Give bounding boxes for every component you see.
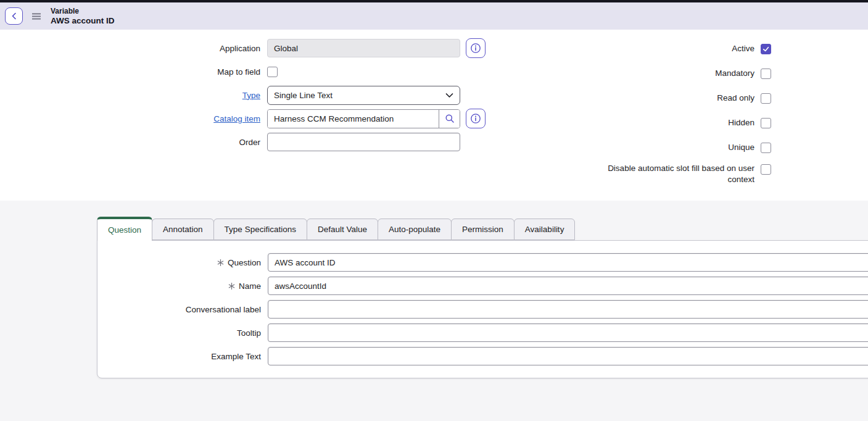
name-input[interactable]: [268, 277, 868, 295]
question-row: Question: [97, 253, 868, 272]
active-checkbox[interactable]: [761, 44, 771, 54]
conversational-label-input[interactable]: [268, 300, 868, 319]
example-text-label: Example Text: [211, 352, 261, 361]
type-select-value: Single Line Text: [274, 91, 333, 100]
hidden-checkbox[interactable]: [761, 118, 771, 128]
type-row: Type Single Line Text: [0, 86, 486, 104]
read-only-row: Read only: [603, 89, 771, 107]
example-text-input[interactable]: [268, 347, 868, 365]
active-label: Active: [732, 43, 754, 54]
type-label-link[interactable]: Type: [0, 91, 267, 100]
tooltip-label: Tooltip: [237, 328, 261, 338]
tab-strip: Question Annotation Type Specifications …: [97, 217, 575, 240]
type-select[interactable]: Single Line Text: [267, 86, 460, 105]
form-left-column: Application Map to field Type Single Lin…: [0, 39, 486, 156]
record-name-label: AWS account ID: [51, 16, 115, 25]
required-asterisk-icon: [217, 259, 224, 266]
tabbed-section: Question Annotation Type Specifications …: [0, 201, 868, 421]
read-only-checkbox[interactable]: [761, 93, 771, 104]
catalog-item-row: Catalog item: [0, 109, 486, 128]
chevron-left-icon: [10, 12, 19, 20]
tab-question[interactable]: Question: [97, 217, 152, 241]
search-icon: [445, 114, 455, 123]
question-label: Question: [228, 258, 261, 267]
catalog-item-reference-field: [267, 109, 460, 128]
name-label: Name: [239, 281, 261, 291]
order-label: Order: [0, 138, 267, 147]
map-to-field-row: Map to field: [0, 62, 486, 81]
disable-slot-fill-checkbox[interactable]: [761, 164, 771, 175]
form-header: Variable AWS account ID: [0, 2, 868, 30]
tab-type-specifications[interactable]: Type Specifications: [213, 219, 307, 240]
map-to-field-label: Map to field: [0, 67, 267, 77]
mandatory-label: Mandatory: [715, 68, 754, 79]
catalog-item-info-button[interactable]: [466, 109, 486, 128]
read-only-label: Read only: [717, 93, 754, 104]
required-asterisk-icon: [228, 283, 235, 290]
order-input[interactable]: [267, 133, 460, 151]
disable-slot-fill-row: Disable automatic slot fill based on use…: [603, 163, 771, 185]
record-title: Variable AWS account ID: [51, 7, 115, 25]
info-icon: [470, 113, 481, 124]
back-button[interactable]: [5, 7, 23, 25]
application-label: Application: [0, 44, 267, 53]
tab-auto-populate[interactable]: Auto-populate: [378, 219, 452, 240]
active-row: Active: [603, 40, 771, 58]
order-row: Order: [0, 133, 486, 151]
mandatory-row: Mandatory: [603, 64, 771, 83]
disable-slot-fill-label: Disable automatic slot fill based on use…: [603, 163, 754, 185]
conversational-label-row: Conversational label: [97, 300, 868, 319]
context-menu-icon[interactable]: [32, 13, 41, 20]
question-input[interactable]: [268, 253, 868, 272]
catalog-item-input[interactable]: [268, 110, 439, 128]
tab-annotation[interactable]: Annotation: [152, 219, 214, 240]
unique-checkbox[interactable]: [761, 143, 771, 153]
tooltip-row: Tooltip: [97, 323, 868, 342]
chevron-down-icon: [445, 93, 453, 98]
catalog-item-lookup-button[interactable]: [439, 110, 460, 128]
name-row: Name: [97, 277, 868, 295]
record-type-label: Variable: [51, 7, 115, 16]
mandatory-checkbox[interactable]: [761, 69, 771, 79]
catalog-item-label-link[interactable]: Catalog item: [0, 114, 267, 123]
variable-form: Application Map to field Type Single Lin…: [0, 30, 868, 201]
tab-permission[interactable]: Permission: [451, 219, 515, 240]
hidden-label: Hidden: [728, 117, 754, 128]
question-tab-panel: Question Name Conversational label: [97, 240, 868, 378]
application-info-button[interactable]: [466, 38, 486, 58]
form-right-column: Active Mandatory Read only Hidden Unique: [603, 40, 771, 191]
tooltip-input[interactable]: [268, 323, 868, 342]
unique-row: Unique: [603, 138, 771, 157]
map-to-field-checkbox[interactable]: [267, 67, 278, 77]
conversational-label-label: Conversational label: [186, 305, 261, 314]
tab-availability[interactable]: Availability: [514, 219, 576, 240]
tab-default-value[interactable]: Default Value: [307, 219, 378, 240]
info-icon: [470, 43, 481, 54]
unique-label: Unique: [728, 142, 754, 153]
application-input[interactable]: [267, 39, 460, 57]
example-text-row: Example Text: [97, 347, 868, 365]
hidden-row: Hidden: [603, 114, 771, 132]
application-row: Application: [0, 39, 486, 57]
